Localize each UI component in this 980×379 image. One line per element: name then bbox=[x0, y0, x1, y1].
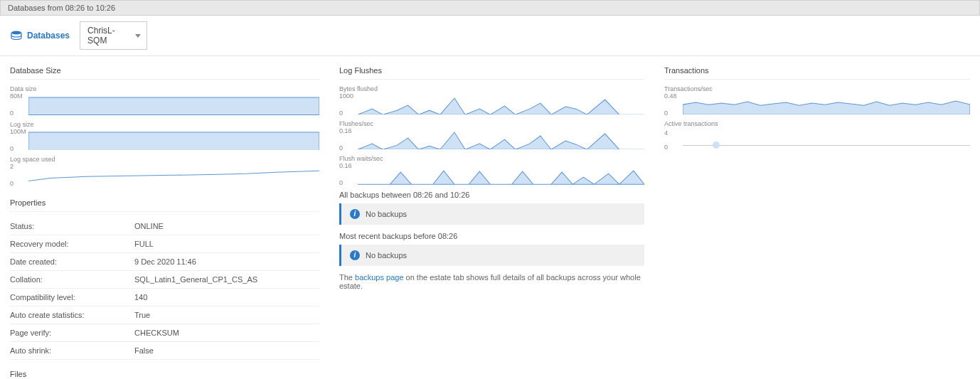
property-row: Status:ONLINE bbox=[10, 218, 319, 235]
chart-data-size: Data size 80M 0 bbox=[10, 85, 319, 115]
database-icon bbox=[10, 31, 23, 41]
property-value: 9 Dec 2020 11:46 bbox=[134, 257, 196, 266]
property-row: Auto shrink:False bbox=[10, 342, 319, 360]
dbsize-title: Database Size bbox=[10, 66, 319, 80]
chart-label: Log size bbox=[10, 121, 319, 128]
property-row: Page verify:CHECKSUM bbox=[10, 324, 319, 342]
property-key: Collation: bbox=[10, 275, 134, 284]
chart-log-space-used: Log space used 2 0 bbox=[10, 156, 319, 186]
property-row: Date created:9 Dec 2020 11:46 bbox=[10, 253, 319, 271]
property-value: ONLINE bbox=[134, 222, 164, 230]
top-bar: Databases from 08:26 to 10:26 bbox=[0, 0, 980, 16]
property-key: Status: bbox=[10, 222, 134, 230]
svg-point-0 bbox=[11, 31, 21, 35]
backup-info-bar-1: i No backups bbox=[339, 203, 644, 225]
property-row: Recovery model:FULL bbox=[10, 235, 319, 253]
property-value: 140 bbox=[134, 293, 147, 301]
backup-msg: No backups bbox=[366, 251, 407, 260]
property-value: CHECKSUM bbox=[134, 329, 179, 337]
chart-label: Transactions/sec bbox=[664, 85, 970, 92]
property-key: Page verify: bbox=[10, 329, 134, 337]
backup-note: The backups page on the estate tab shows… bbox=[339, 273, 644, 290]
property-key: Compatibility level: bbox=[10, 293, 134, 301]
files-title: Files bbox=[10, 370, 970, 379]
logflush-title: Log Flushes bbox=[339, 66, 644, 80]
top-bar-text: Databases from 08:26 to 10:26 bbox=[8, 4, 115, 12]
info-icon: i bbox=[350, 209, 360, 219]
property-value: SQL_Latin1_General_CP1_CS_AS bbox=[134, 275, 257, 284]
chart-label: Data size bbox=[10, 85, 319, 92]
trans-title: Transactions bbox=[664, 66, 970, 80]
backup-info-bar-2: i No backups bbox=[339, 245, 644, 266]
chart-trans-sec: Transactions/sec 0.48 0 bbox=[664, 85, 970, 114]
property-key: Recovery model: bbox=[10, 240, 134, 248]
property-value: FULL bbox=[134, 240, 154, 248]
chart-label: Bytes flushed bbox=[339, 85, 644, 92]
property-key: Auto shrink: bbox=[10, 346, 134, 355]
property-key: Date created: bbox=[10, 257, 134, 266]
databases-label: Databases bbox=[27, 31, 70, 41]
chart-flushes-sec: Flushes/sec 0.16 0 bbox=[339, 120, 644, 149]
property-row: Collation:SQL_Latin1_General_CP1_CS_AS bbox=[10, 271, 319, 289]
property-row: Auto create statistics:True bbox=[10, 306, 319, 324]
databases-breadcrumb[interactable]: Databases bbox=[10, 31, 70, 41]
backup-msg: No backups bbox=[366, 210, 407, 218]
chart-active-trans: Active transactions 4 0 bbox=[664, 120, 970, 146]
database-select[interactable]: ChrisL-SQM bbox=[80, 21, 147, 50]
chart-log-size: Log size 100M 0 bbox=[10, 121, 319, 151]
nav-row: Databases ChrisL-SQM bbox=[0, 16, 980, 56]
chart-label: Flush waits/sec bbox=[339, 155, 644, 162]
property-row: Compatibility level:140 bbox=[10, 289, 319, 306]
backups-page-link[interactable]: backups page bbox=[355, 273, 404, 282]
backups-head-recent: Most recent backups before 08:26 bbox=[339, 232, 644, 240]
chart-label: Active transactions bbox=[664, 120, 970, 127]
chart-bytes-flushed: Bytes flushed 1000 0 bbox=[339, 85, 644, 114]
chart-label: Flushes/sec bbox=[339, 120, 644, 127]
backups-head-range: All backups between 08:26 and 10:26 bbox=[339, 191, 644, 199]
chart-marker bbox=[713, 142, 720, 149]
property-value: True bbox=[134, 311, 150, 319]
properties-title: Properties bbox=[10, 198, 319, 212]
info-icon: i bbox=[350, 250, 360, 260]
property-key: Auto create statistics: bbox=[10, 311, 134, 319]
database-select-value: ChrisL-SQM bbox=[87, 26, 115, 46]
chart-label: Log space used bbox=[10, 156, 319, 163]
chart-flush-waits: Flush waits/sec 0.16 0 bbox=[339, 155, 644, 184]
property-value: False bbox=[134, 346, 154, 355]
